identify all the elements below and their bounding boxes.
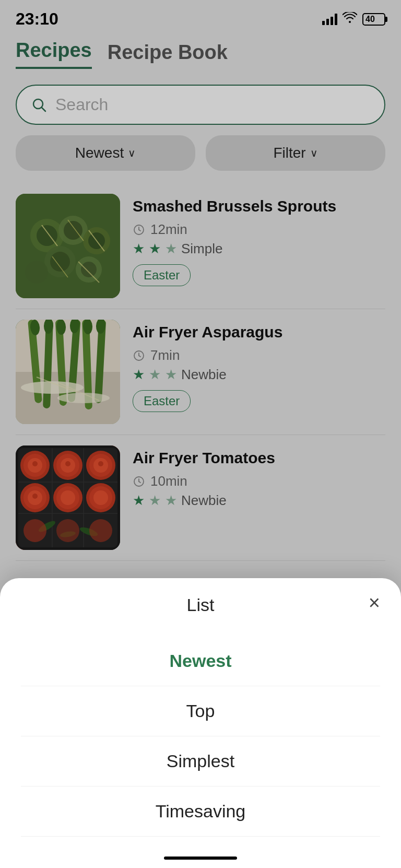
battery-icon: 40 [362, 13, 385, 26]
sort-option-timesaving[interactable]: Timesaving [21, 787, 380, 837]
recipe-time: 12min [133, 221, 385, 238]
search-container: Search [0, 69, 401, 135]
recipe-details: Smashed Brussels Sprouts 12min ★ ★ ★ Sim… [133, 194, 385, 286]
sheet-close-button[interactable]: × [369, 593, 380, 613]
recipe-image [16, 194, 120, 298]
recipe-item[interactable]: Smashed Brussels Sprouts 12min ★ ★ ★ Sim… [16, 183, 385, 309]
recipe-meta: 10min ★ ★ ★ Newbie [133, 473, 385, 509]
bottom-sheet: List × Newest Top Simplest Timesaving [0, 578, 401, 868]
filter-row: Newest ∨ Filter ∨ [0, 135, 401, 183]
clock-icon [133, 475, 145, 488]
sort-option-top[interactable]: Top [21, 686, 380, 736]
signal-icon [322, 14, 337, 25]
sort-label: Newest [75, 145, 124, 161]
recipe-difficulty: ★ ★ ★ Newbie [133, 492, 385, 509]
star-1: ★ [133, 241, 145, 257]
status-icons: 40 [322, 12, 385, 27]
difficulty-label: Newbie [181, 492, 227, 509]
star-2: ★ [149, 367, 161, 383]
star-3: ★ [165, 492, 177, 509]
recipe-title: Air Fryer Asparagus [133, 322, 385, 342]
recipe-time: 7min [133, 347, 385, 363]
svg-point-56 [65, 461, 70, 466]
difficulty-label: Newbie [181, 367, 227, 383]
recipe-tag[interactable]: Easter [133, 390, 191, 412]
svg-point-70 [93, 490, 108, 505]
status-time: 23:10 [16, 9, 58, 29]
recipe-title: Air Fryer Tomatoes [133, 448, 385, 468]
svg-point-37 [57, 393, 110, 403]
tab-recipe-book[interactable]: Recipe Book [108, 41, 228, 69]
time-value: 10min [150, 473, 187, 489]
recipe-difficulty: ★ ★ ★ Newbie [133, 367, 385, 383]
svg-point-67 [61, 490, 75, 505]
sort-option-simplest[interactable]: Simplest [21, 736, 380, 787]
recipe-item[interactable]: Air Fryer Asparagus 7min ★ ★ ★ Newbie [16, 309, 385, 435]
star-3: ★ [165, 367, 177, 383]
svg-line-21 [139, 230, 140, 231]
recipe-list: Smashed Brussels Sprouts 12min ★ ★ ★ Sim… [0, 183, 401, 561]
search-box[interactable]: Search [16, 85, 385, 125]
recipe-time: 10min [133, 473, 385, 489]
recipe-meta: 12min ★ ★ ★ Simple [133, 221, 385, 257]
star-1: ★ [133, 367, 145, 383]
time-value: 7min [150, 347, 180, 363]
header-tabs: Recipes Recipe Book [0, 34, 401, 69]
recipe-item[interactable]: Air Fryer Tomatoes 10min ★ ★ ★ Newbie [16, 435, 385, 561]
filter-label: Filter [273, 145, 305, 161]
search-icon [31, 97, 47, 113]
svg-point-76 [89, 519, 112, 542]
svg-point-6 [64, 221, 82, 240]
star-3: ★ [165, 241, 177, 257]
wifi-icon [343, 12, 357, 27]
star-2: ★ [149, 241, 161, 257]
filter-chevron-icon: ∨ [310, 147, 318, 159]
clock-icon [133, 349, 145, 362]
star-2: ★ [149, 492, 161, 509]
star-1: ★ [133, 492, 145, 509]
svg-point-12 [81, 262, 97, 277]
svg-line-1 [42, 108, 45, 111]
sort-chevron-icon: ∨ [128, 147, 136, 159]
svg-line-42 [139, 356, 140, 357]
recipe-tag[interactable]: Easter [133, 264, 191, 286]
search-placeholder[interactable]: Search [55, 95, 108, 114]
recipe-details: Air Fryer Tomatoes 10min ★ ★ ★ Newbie [133, 445, 385, 509]
svg-point-64 [32, 494, 38, 499]
svg-point-52 [32, 461, 38, 466]
sheet-title: List [187, 595, 215, 615]
clock-icon [133, 224, 145, 236]
status-bar: 23:10 40 [0, 0, 401, 34]
recipe-image [16, 320, 120, 424]
svg-point-74 [23, 519, 46, 542]
svg-point-10 [50, 252, 70, 272]
filter-button[interactable]: Filter ∨ [206, 135, 385, 171]
recipe-image [16, 445, 120, 550]
svg-point-4 [37, 225, 57, 246]
sort-button[interactable]: Newest ∨ [16, 135, 195, 171]
sheet-header: List × [21, 595, 380, 615]
svg-point-60 [98, 461, 103, 466]
recipe-meta: 7min ★ ★ ★ Newbie [133, 347, 385, 383]
recipe-difficulty: ★ ★ ★ Simple [133, 241, 385, 257]
difficulty-label: Simple [181, 241, 222, 257]
sort-option-newest[interactable]: Newest [21, 636, 380, 686]
svg-point-75 [56, 519, 79, 542]
recipe-details: Air Fryer Asparagus 7min ★ ★ ★ Newbie [133, 320, 385, 412]
svg-line-79 [139, 482, 140, 483]
tab-recipes[interactable]: Recipes [16, 39, 92, 69]
time-value: 12min [150, 221, 187, 238]
home-indicator [164, 857, 237, 860]
svg-point-13 [25, 261, 48, 284]
recipe-title: Smashed Brussels Sprouts [133, 196, 385, 216]
